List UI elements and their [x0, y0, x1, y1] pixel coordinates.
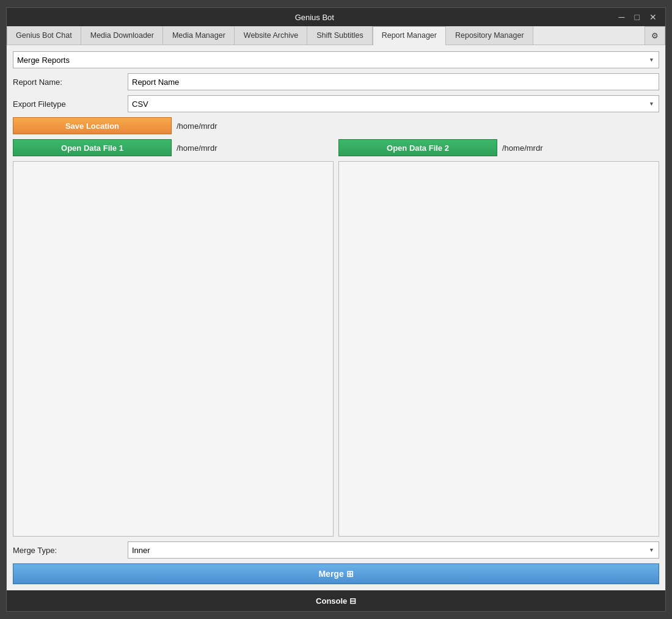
tab-bar: Genius Bot Chat Media Downloader Media M… — [7, 26, 665, 45]
titlebar: Genius Bot ─ □ ✕ — [7, 8, 665, 26]
export-filetype-row: Export Filetype CSV XLSX JSON — [13, 95, 659, 112]
tab-media-manager[interactable]: Media Manager — [163, 26, 235, 45]
data-file2-section: Open Data File 2 /home/mrdr — [338, 139, 659, 156]
data-files-row: Open Data File 1 /home/mrdr Open Data Fi… — [13, 139, 659, 156]
report-name-row: Report Name: — [13, 73, 659, 90]
mode-select[interactable]: Merge Reports Generate Report Compare Re… — [13, 51, 659, 68]
tab-website-archive[interactable]: Website Archive — [235, 26, 307, 45]
merge-button[interactable]: Merge ⊞ — [13, 563, 659, 584]
save-location-path: /home/mrdr — [177, 121, 217, 131]
report-name-label: Report Name: — [13, 78, 123, 87]
merge-type-label: Merge Type: — [13, 546, 123, 555]
data-file2-path: /home/mrdr — [502, 143, 542, 153]
export-filetype-label: Export Filetype — [13, 100, 123, 109]
window-title: Genius Bot — [13, 13, 616, 22]
data-panel-2 — [338, 161, 659, 537]
data-file1-section: Open Data File 1 /home/mrdr — [13, 139, 334, 156]
merge-type-select-wrapper: Inner Left Right Outer — [128, 541, 659, 559]
minimize-button[interactable]: ─ — [616, 12, 627, 22]
window-controls: ─ □ ✕ — [616, 12, 659, 22]
tab-media-downloader[interactable]: Media Downloader — [81, 26, 163, 45]
settings-tab[interactable]: ⚙ — [645, 26, 665, 45]
data-panel-1 — [13, 161, 334, 537]
merge-type-select[interactable]: Inner Left Right Outer — [128, 541, 659, 559]
export-filetype-wrapper: CSV XLSX JSON — [128, 95, 659, 112]
save-location-button[interactable]: Save Location — [13, 117, 172, 134]
data-file1-path: /home/mrdr — [177, 143, 217, 153]
tab-shift-subtitles[interactable]: Shift Subtitles — [307, 26, 372, 45]
open-data-file2-button[interactable]: Open Data File 2 — [338, 139, 497, 156]
data-panels — [13, 161, 659, 537]
export-filetype-select[interactable]: CSV XLSX JSON — [128, 95, 659, 112]
close-button[interactable]: ✕ — [647, 12, 659, 22]
merge-type-row: Merge Type: Inner Left Right Outer — [13, 541, 659, 559]
console-bar[interactable]: Console ⊟ — [7, 590, 665, 611]
tab-repository-manager[interactable]: Repository Manager — [446, 26, 533, 45]
console-label: Console ⊟ — [316, 596, 356, 606]
main-content: Merge Reports Generate Report Compare Re… — [7, 45, 665, 590]
tab-report-manager[interactable]: Report Manager — [373, 26, 446, 45]
maximize-button[interactable]: □ — [632, 12, 642, 22]
open-data-file1-button[interactable]: Open Data File 1 — [13, 139, 172, 156]
report-name-input[interactable] — [128, 73, 659, 90]
main-window: Genius Bot ─ □ ✕ Genius Bot Chat Media D… — [6, 7, 666, 612]
mode-dropdown-row: Merge Reports Generate Report Compare Re… — [13, 51, 659, 68]
save-location-row: Save Location /home/mrdr — [13, 117, 659, 134]
mode-select-wrapper: Merge Reports Generate Report Compare Re… — [13, 51, 659, 68]
tab-genius-bot-chat[interactable]: Genius Bot Chat — [7, 26, 81, 45]
